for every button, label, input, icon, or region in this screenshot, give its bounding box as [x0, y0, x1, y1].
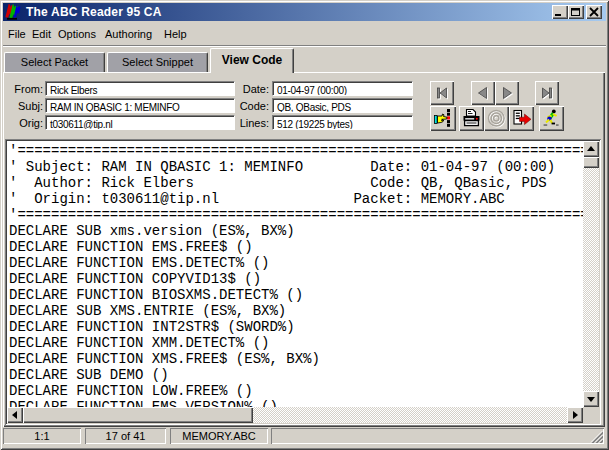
running-man-icon [541, 108, 562, 129]
code-line: DECLARE SUB DEMO () [7, 367, 583, 383]
maximize-icon [568, 5, 584, 19]
from-field[interactable]: Rick Elbers [45, 81, 235, 96]
pointing-hand-icon [432, 108, 454, 129]
lines-field[interactable]: 512 (19225 bytes) [272, 115, 413, 130]
code-line: DECLARE SUB xms.version (ES%, BX%) [7, 223, 583, 239]
vertical-scrollbar[interactable] [583, 141, 599, 407]
menu-separator [3, 45, 606, 47]
previous-icon [473, 83, 493, 103]
subj-label: Subj: [0, 100, 43, 112]
code-line: DECLARE FUNCTION EMS.FREE$ () [7, 239, 583, 255]
lines-label: Lines: [229, 117, 269, 129]
menu-authoring[interactable]: Authoring [105, 26, 152, 42]
tab-select-snippet[interactable]: Select Snippet [107, 52, 208, 72]
code-line: '=======================================… [7, 207, 583, 223]
code-line: DECLARE FUNCTION XMS.FREE$ (ES%, BX%) [7, 351, 583, 367]
code-line: ' Subject: RAM IN QBASIC 1: MEMINFO Date… [7, 159, 583, 175]
orig-label: Orig: [0, 117, 43, 129]
arrow-right-icon [567, 407, 583, 423]
target-circles-icon [486, 108, 507, 129]
code-line: DECLARE SUB XMS.ENTRIE (ES%, BX%) [7, 303, 583, 319]
window-title: The ABC Reader 95 CA [26, 5, 162, 19]
menu-file[interactable]: File [8, 26, 26, 42]
vertical-scroll-thumb[interactable] [583, 157, 599, 168]
abc-reader-logo-icon [5, 4, 21, 20]
horizontal-scroll-thumb[interactable] [23, 407, 253, 423]
close-icon [586, 5, 602, 19]
arrow-up-icon [583, 141, 599, 157]
print-snippet-button[interactable] [459, 106, 484, 131]
app-window: The ABC Reader 95 CA File Edit Options A… [0, 0, 609, 450]
code-line: ' Author: Rick Elbers Code: QB, QBasic, … [7, 175, 583, 191]
last-snippet-button[interactable] [535, 81, 559, 105]
title-bar[interactable]: The ABC Reader 95 CA [3, 3, 606, 21]
menu-help[interactable]: Help [164, 26, 187, 42]
export-snippet-button[interactable] [509, 106, 534, 131]
date-label: Date: [229, 83, 269, 95]
date-field[interactable]: 01-04-97 (00:00) [272, 81, 413, 96]
code-line: DECLARE FUNCTION BIOSXMS.DETECT% () [7, 287, 583, 303]
horizontal-scrollbar[interactable] [7, 407, 583, 423]
code-line: DECLARE FUNCTION INT2STR$ (SWORD%) [7, 319, 583, 335]
export-arrow-icon [511, 108, 532, 129]
code-label: Code: [229, 100, 269, 112]
code-line: DECLARE FUNCTION XMM.DETECT% () [7, 335, 583, 351]
first-snippet-button[interactable] [430, 81, 454, 105]
code-line: DECLARE FUNCTION COPYVID13$ () [7, 271, 583, 287]
code-text[interactable]: '=======================================… [7, 141, 583, 407]
scroll-down-button[interactable] [583, 391, 599, 407]
orig-field[interactable]: t030611@tip.nl [45, 115, 235, 130]
scroll-up-button[interactable] [583, 141, 599, 157]
from-label: From: [0, 83, 43, 95]
menu-options[interactable]: Options [58, 26, 96, 42]
code-line: ' Origin: t030611@tip.nl Packet: MEMORY.… [7, 191, 583, 207]
resize-grip-icon [590, 430, 603, 443]
status-cursor-position: 1:1 [3, 428, 81, 444]
minimize-icon [552, 5, 568, 19]
code-view: '=======================================… [5, 139, 601, 425]
scroll-right-button[interactable] [567, 407, 583, 423]
scrollbar-corner [583, 407, 599, 423]
subj-field[interactable]: RAM IN QBASIC 1: MEMINFO [45, 98, 235, 113]
resize-grip[interactable] [590, 430, 603, 443]
status-snippet-position: 17 of 41 [85, 428, 166, 444]
maximize-button[interactable] [568, 5, 584, 19]
previous-snippet-button[interactable] [471, 81, 495, 105]
tab-select-packet[interactable]: Select Packet [4, 52, 105, 72]
code-line: '=======================================… [7, 143, 583, 159]
next-icon [497, 83, 517, 103]
code-line: DECLARE FUNCTION EMS.DETECT% () [7, 255, 583, 271]
first-icon [432, 83, 452, 103]
code-line: DECLARE FUNCTION LOW.FREE% () [7, 383, 583, 399]
next-snippet-button[interactable] [495, 81, 519, 105]
app-icon[interactable] [5, 4, 21, 20]
arrow-left-icon [7, 407, 23, 423]
close-button[interactable] [586, 5, 602, 19]
menu-edit[interactable]: Edit [32, 26, 51, 42]
minimize-button[interactable] [552, 5, 568, 19]
printer-icon [461, 108, 482, 129]
arrow-down-icon [583, 391, 599, 407]
tab-view-code[interactable]: View Code [210, 48, 294, 73]
goto-snippet-button[interactable] [430, 106, 456, 131]
last-icon [537, 83, 557, 103]
code-field[interactable]: QB, QBasic, PDS [272, 98, 413, 113]
status-message-panel [271, 428, 604, 444]
menu-bar: File Edit Options Authoring Help [3, 23, 606, 44]
status-packet-name: MEMORY.ABC [170, 428, 268, 444]
target-button[interactable] [484, 106, 509, 131]
code-line: DECLARE FUNCTION EMS.VERSION% () [7, 399, 583, 407]
run-snippet-button[interactable] [539, 106, 564, 131]
scroll-left-button[interactable] [7, 407, 23, 423]
